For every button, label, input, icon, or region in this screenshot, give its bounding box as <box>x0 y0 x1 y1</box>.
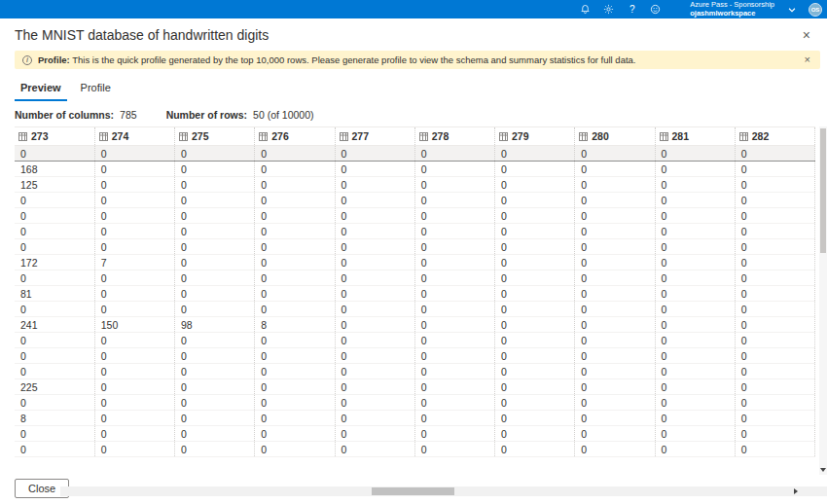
table-row[interactable]: 0000000000 <box>15 348 815 364</box>
table-cell: 0 <box>94 162 174 177</box>
table-cell: 0 <box>414 224 494 239</box>
table-cell: 0 <box>735 162 814 177</box>
column-header[interactable]: 278 <box>414 127 494 146</box>
scroll-right-button[interactable] <box>790 486 802 496</box>
column-header[interactable]: 282 <box>735 127 814 146</box>
table-cell: 0 <box>335 224 414 239</box>
table-cell: 0 <box>414 379 494 395</box>
table-cell: 241 <box>15 317 94 333</box>
table-cell: 0 <box>175 255 255 270</box>
scroll-down-button[interactable] <box>819 465 827 475</box>
notifications-icon[interactable] <box>579 3 592 16</box>
horizontal-scrollbar-thumb[interactable] <box>372 487 454 495</box>
table-cell: 0 <box>414 286 494 302</box>
table-row[interactable]: 0000000000 <box>15 193 815 208</box>
table-cell: 0 <box>414 162 494 177</box>
table-cell: 0 <box>255 426 335 442</box>
column-header[interactable]: 274 <box>94 127 174 146</box>
table-row[interactable]: 0000000000 <box>15 395 815 411</box>
table-cell: 0 <box>495 162 575 177</box>
column-header[interactable]: 273 <box>15 127 94 146</box>
scroll-down-arrow-icon <box>820 468 826 472</box>
settings-gear-icon[interactable] <box>602 3 615 16</box>
avatar[interactable]: OS <box>809 3 822 17</box>
vertical-scrollbar-thumb[interactable] <box>820 128 826 253</box>
table-cell: 0 <box>575 411 655 426</box>
table-cell: 0 <box>255 239 335 255</box>
table-cell: 0 <box>15 302 94 317</box>
table-row[interactable]: 0000000000 <box>15 426 815 442</box>
table-cell: 0 <box>495 395 575 411</box>
table-row[interactable]: 81000000000 <box>15 286 815 302</box>
table-cell: 0 <box>655 348 735 364</box>
table-cell: 0 <box>255 333 335 348</box>
table-cell: 0 <box>94 348 174 364</box>
table-cell: 0 <box>495 255 575 270</box>
table-cell: 0 <box>15 333 94 348</box>
table-cell: 0 <box>15 193 94 208</box>
table-row[interactable]: 0000000000 <box>15 208 815 224</box>
table-cell: 0 <box>575 286 655 302</box>
column-header-label: 275 <box>192 130 209 142</box>
table-cell: 0 <box>15 208 94 224</box>
table-row[interactable]: 0000000000 <box>15 302 815 317</box>
panel-close-icon[interactable]: × <box>801 28 812 42</box>
table-row[interactable]: 225000000000 <box>15 379 815 395</box>
table-row[interactable]: 0000000000 <box>15 364 815 379</box>
table-cell: 0 <box>575 317 655 333</box>
table-row[interactable]: 168000000000 <box>15 162 815 177</box>
table-cell: 0 <box>175 364 255 379</box>
banner-close-icon[interactable]: × <box>803 54 812 65</box>
tab-preview[interactable]: Preview <box>15 79 67 101</box>
rows-count-value: 50 (of 10000) <box>253 109 313 121</box>
table-row[interactable]: 0000000000 <box>15 333 815 348</box>
table-row[interactable]: 0000000000 <box>15 146 815 162</box>
feedback-smiley-icon[interactable] <box>649 3 662 16</box>
table-row[interactable]: 0000000000 <box>15 239 815 255</box>
account-subscription[interactable]: Azure Pass - Sponsorship ojashmlworkspac… <box>690 1 774 18</box>
tab-profile[interactable]: Profile <box>75 79 117 101</box>
table-cell: 0 <box>175 411 255 426</box>
table-cell: 0 <box>735 395 814 411</box>
table-cell: 0 <box>495 146 575 162</box>
table-cell: 0 <box>255 208 335 224</box>
table-cell: 0 <box>15 442 94 457</box>
table-cell: 0 <box>94 193 174 208</box>
table-cell: 0 <box>335 177 414 193</box>
column-header[interactable]: 281 <box>655 127 735 146</box>
column-header[interactable]: 277 <box>335 127 414 146</box>
table-cell: 0 <box>335 442 414 457</box>
column-header[interactable]: 275 <box>175 127 255 146</box>
table-cell: 0 <box>94 146 174 162</box>
help-icon[interactable]: ? <box>626 3 638 16</box>
table-row[interactable]: 241150988000000 <box>15 317 815 333</box>
column-header[interactable]: 276 <box>255 127 335 146</box>
table-cell: 0 <box>735 379 814 395</box>
column-header[interactable]: 279 <box>495 127 575 146</box>
column-header-label: 280 <box>592 130 609 142</box>
table-row[interactable]: 172700000000 <box>15 255 815 270</box>
table-row[interactable]: 0000000000 <box>15 270 815 286</box>
table-cell: 0 <box>175 302 255 317</box>
table-cell: 0 <box>94 224 174 239</box>
table-cell: 0 <box>94 302 174 317</box>
table-cell: 0 <box>655 333 735 348</box>
horizontal-scrollbar[interactable] <box>60 486 827 496</box>
vertical-scrollbar[interactable] <box>819 126 827 475</box>
table-cell: 0 <box>575 302 655 317</box>
table-cell: 0 <box>735 224 814 239</box>
table-row[interactable]: 8000000000 <box>15 411 815 426</box>
table-row[interactable]: 0000000000 <box>15 442 815 457</box>
table-cell: 0 <box>175 442 255 457</box>
table-cell: 0 <box>335 426 414 442</box>
table-row[interactable]: 0000000000 <box>15 224 815 239</box>
table-row[interactable]: 125000000000 <box>15 177 815 193</box>
workspace-name: ojashmlworkspace <box>690 10 774 18</box>
column-header[interactable]: 280 <box>575 127 655 146</box>
table-cell: 0 <box>255 286 335 302</box>
chevron-down-icon[interactable] <box>785 3 798 16</box>
table-cell: 0 <box>735 255 814 270</box>
table-cell: 0 <box>335 379 414 395</box>
table-cell: 0 <box>495 193 575 208</box>
column-header-label: 273 <box>31 130 49 142</box>
